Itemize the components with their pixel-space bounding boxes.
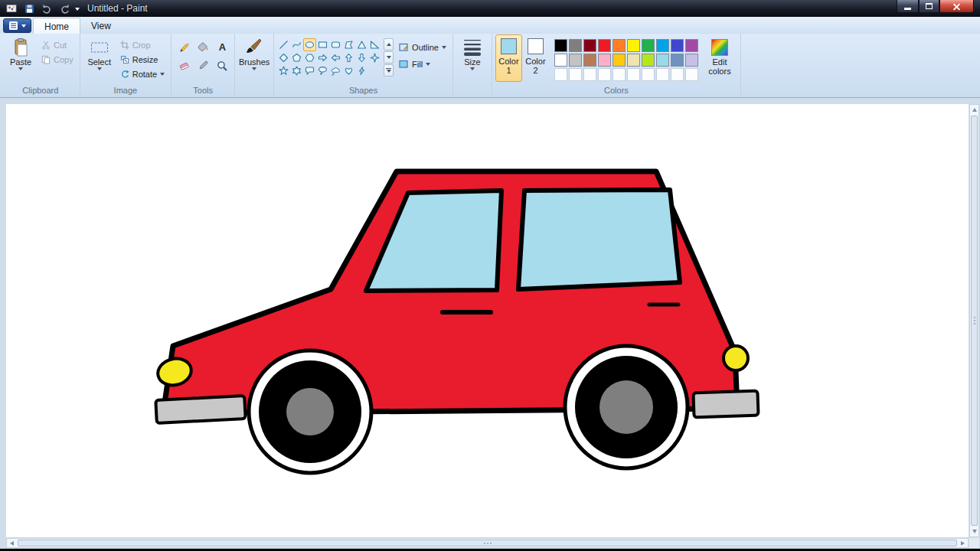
shape-hexagon[interactable] <box>303 51 316 64</box>
palette-swatch[interactable] <box>612 54 626 67</box>
scrollbar-down-arrow[interactable] <box>972 530 977 533</box>
palette-swatch-empty[interactable] <box>583 68 596 81</box>
palette-swatch[interactable] <box>554 54 567 67</box>
palette-swatch[interactable] <box>642 54 655 67</box>
shape-arrow-down[interactable] <box>355 51 368 64</box>
color1-button[interactable]: Color 1 <box>495 34 522 82</box>
edit-colors-button[interactable]: Edit colors <box>702 34 737 76</box>
palette-swatch[interactable] <box>583 54 596 67</box>
palette-swatch[interactable] <box>583 39 596 52</box>
tab-home[interactable]: Home <box>33 18 80 34</box>
file-menu-button[interactable] <box>3 18 31 33</box>
tab-view[interactable]: View <box>80 18 122 34</box>
shape-arrow-right[interactable] <box>316 51 329 64</box>
shapes-scroll-down-button[interactable] <box>384 51 394 64</box>
save-button[interactable] <box>22 2 36 15</box>
redo-button[interactable] <box>57 2 71 15</box>
paste-button[interactable]: Paste <box>5 34 37 70</box>
palette-swatch[interactable] <box>685 54 698 67</box>
shape-star-5-point[interactable] <box>277 64 290 77</box>
crop-icon <box>120 41 129 50</box>
shape-rectangle[interactable] <box>316 38 329 51</box>
eraser-tool-button[interactable] <box>175 57 193 75</box>
palette-swatch-empty[interactable] <box>627 68 640 81</box>
shape-callout-oval[interactable] <box>316 64 329 77</box>
shape-triangle[interactable] <box>355 38 368 51</box>
qat-dropdown-icon[interactable] <box>75 8 80 11</box>
palette-swatch[interactable] <box>569 39 582 52</box>
palette-swatch[interactable] <box>671 54 684 67</box>
shape-arrow-up[interactable] <box>342 51 355 64</box>
outline-button[interactable]: Outline <box>396 40 449 54</box>
shape-star-6-point[interactable] <box>290 64 303 77</box>
horizontal-scrollbar[interactable] <box>6 538 969 548</box>
palette-swatch[interactable] <box>642 39 655 52</box>
palette-swatch[interactable] <box>627 39 640 52</box>
palette-swatch-empty[interactable] <box>598 68 611 81</box>
shape-heart[interactable] <box>342 64 355 77</box>
resize-icon <box>120 55 129 64</box>
shape-lightning[interactable] <box>355 64 368 77</box>
shape-arrow-left[interactable] <box>329 51 342 64</box>
fill-button[interactable]: Fill <box>396 57 449 71</box>
palette-swatch[interactable] <box>554 39 567 52</box>
horizontal-scrollbar-thumb[interactable] <box>18 540 957 546</box>
close-button[interactable] <box>939 0 974 13</box>
palette-swatch[interactable] <box>685 39 698 52</box>
text-tool-button[interactable]: A <box>213 37 231 56</box>
shape-rounded-rectangle[interactable] <box>329 38 342 51</box>
shapes-more-button[interactable] <box>384 64 394 77</box>
magnifier-tool-button[interactable] <box>213 57 231 75</box>
pencil-tool-button[interactable] <box>175 37 193 56</box>
shape-star-4-point[interactable] <box>368 51 381 64</box>
vertical-scrollbar-thumb[interactable] <box>971 116 978 526</box>
scrollbar-right-arrow[interactable] <box>961 541 965 546</box>
palette-swatch[interactable] <box>598 54 611 67</box>
palette-swatch[interactable] <box>671 39 684 52</box>
size-button[interactable]: Size <box>456 34 488 70</box>
palette-swatch[interactable] <box>598 39 611 52</box>
scrollbar-up-arrow[interactable] <box>972 108 977 112</box>
shape-polygon[interactable] <box>342 38 355 51</box>
shape-callout-cloud[interactable] <box>329 64 342 77</box>
minimize-button[interactable] <box>897 0 919 13</box>
fill-with-color-tool-button[interactable] <box>194 37 212 56</box>
scrollbar-left-arrow[interactable] <box>10 541 14 546</box>
copy-button[interactable]: Copy <box>38 52 77 67</box>
shape-curve[interactable] <box>290 38 303 51</box>
shape-callout-rounded[interactable] <box>303 64 316 77</box>
shape-line[interactable] <box>277 38 290 51</box>
crop-button[interactable]: Crop <box>117 37 168 52</box>
palette-swatch[interactable] <box>569 54 582 67</box>
shape-diamond[interactable] <box>277 51 290 64</box>
window-controls <box>897 0 974 13</box>
rotate-dropdown-icon <box>160 73 165 76</box>
palette-swatch-empty[interactable] <box>671 68 684 81</box>
shape-pentagon[interactable] <box>290 51 303 64</box>
brushes-dropdown-icon <box>252 67 256 70</box>
shape-right-triangle[interactable] <box>368 38 381 51</box>
select-button[interactable]: Select <box>83 34 116 70</box>
color-picker-tool-button[interactable] <box>194 57 212 75</box>
resize-button[interactable]: Resize <box>117 52 168 67</box>
paint-canvas[interactable] <box>6 104 969 537</box>
palette-swatch-empty[interactable] <box>656 68 669 81</box>
palette-swatch[interactable] <box>627 54 640 67</box>
cut-button[interactable]: Cut <box>38 37 77 52</box>
palette-swatch-empty[interactable] <box>685 68 698 81</box>
undo-button[interactable] <box>40 2 54 15</box>
palette-swatch-empty[interactable] <box>612 68 626 81</box>
vertical-scrollbar[interactable] <box>969 104 979 537</box>
brushes-button[interactable]: Brushes <box>238 34 270 70</box>
maximize-button[interactable] <box>919 0 939 13</box>
shapes-scroll-up-button[interactable] <box>384 38 394 51</box>
palette-swatch[interactable] <box>656 39 669 52</box>
palette-swatch-empty[interactable] <box>554 68 567 81</box>
palette-swatch-empty[interactable] <box>569 68 582 81</box>
palette-swatch[interactable] <box>612 39 626 52</box>
palette-swatch-empty[interactable] <box>642 68 655 81</box>
palette-swatch[interactable] <box>656 54 669 67</box>
rotate-button[interactable]: Rotate <box>117 67 168 81</box>
shape-oval[interactable] <box>303 38 316 51</box>
color2-button[interactable]: Color 2 <box>522 34 549 82</box>
